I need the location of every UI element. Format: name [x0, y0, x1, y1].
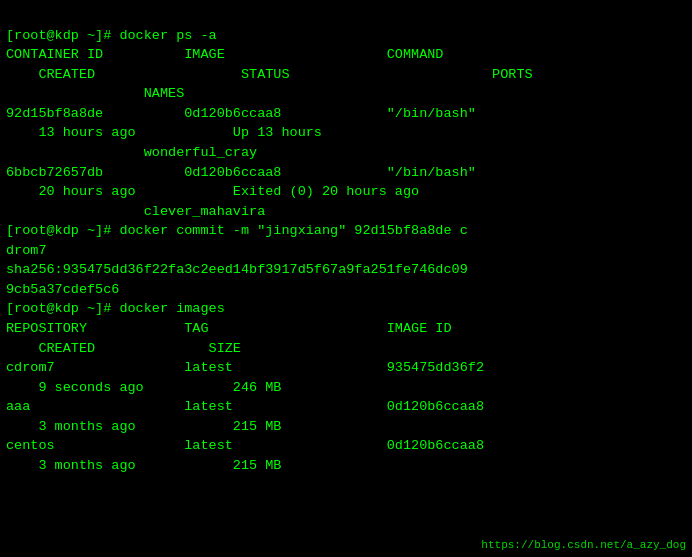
- terminal-line: 9cb5a37cdef5c6: [6, 280, 686, 300]
- terminal-line: CREATED STATUS PORTS: [6, 65, 686, 85]
- terminal-window: [root@kdp ~]# docker ps -aCONTAINER ID I…: [0, 0, 692, 482]
- terminal-line: 92d15bf8a8de 0d120b6ccaa8 "/bin/bash": [6, 104, 686, 124]
- terminal-line: aaa latest 0d120b6ccaa8: [6, 397, 686, 417]
- terminal-line: clever_mahavira: [6, 202, 686, 222]
- terminal-line: [root@kdp ~]# docker ps -a: [6, 26, 686, 46]
- terminal-line: CONTAINER ID IMAGE COMMAND: [6, 45, 686, 65]
- watermark: https://blog.csdn.net/a_azy_dog: [481, 539, 686, 551]
- terminal-line: 13 hours ago Up 13 hours: [6, 123, 686, 143]
- terminal-line: drom7: [6, 241, 686, 261]
- terminal-line: centos latest 0d120b6ccaa8: [6, 436, 686, 456]
- terminal-line: sha256:935475dd36f22fa3c2eed14bf3917d5f6…: [6, 260, 686, 280]
- terminal-line: CREATED SIZE: [6, 339, 686, 359]
- terminal-line: cdrom7 latest 935475dd36f2: [6, 358, 686, 378]
- terminal-line: REPOSITORY TAG IMAGE ID: [6, 319, 686, 339]
- terminal-line: 20 hours ago Exited (0) 20 hours ago: [6, 182, 686, 202]
- terminal-line: [root@kdp ~]# docker images: [6, 299, 686, 319]
- terminal-line: 3 months ago 215 MB: [6, 417, 686, 437]
- terminal-line: [root@kdp ~]# docker commit -m "jingxian…: [6, 221, 686, 241]
- terminal-line: 9 seconds ago 246 MB: [6, 378, 686, 398]
- terminal-line: 6bbcb72657db 0d120b6ccaa8 "/bin/bash": [6, 163, 686, 183]
- terminal-line: wonderful_cray: [6, 143, 686, 163]
- terminal-line: NAMES: [6, 84, 686, 104]
- terminal-line: 3 months ago 215 MB: [6, 456, 686, 476]
